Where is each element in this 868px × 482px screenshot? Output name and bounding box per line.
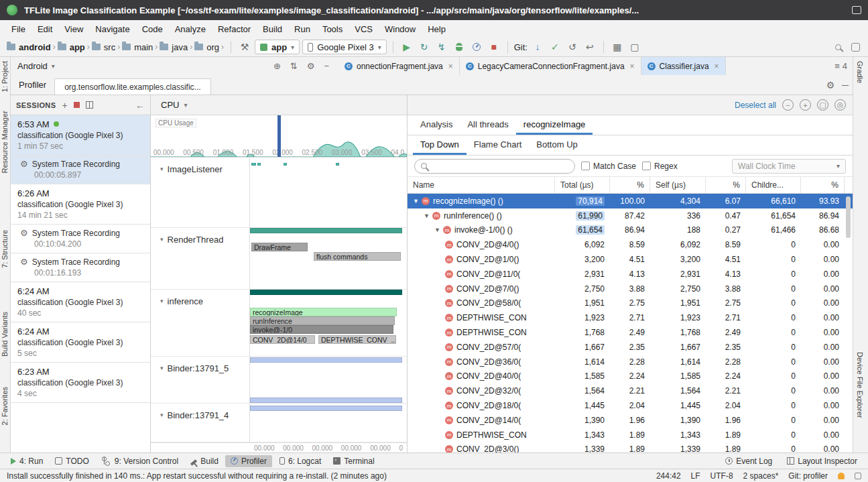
thread-state-bar[interactable] [284,163,287,166]
table-row[interactable]: mCONV_2D@18/0(1,4452.041,4452.0400.00 [408,398,853,413]
breadcrumb-item-org[interactable]: org [193,42,221,52]
cpu-selector[interactable]: CPU ▾ [151,95,407,115]
notification-bell-icon[interactable] [838,473,845,479]
thread-state-bar[interactable] [250,357,402,363]
menu-refactor[interactable]: Refactor [212,22,257,36]
status-item-2-spaces-[interactable]: 2 spaces* [743,471,779,481]
session-recording[interactable]: ⚙System Trace Recording00:00:05.897 [11,156,150,184]
editor-tab[interactable]: CClassifier.java× [641,57,726,75]
tool-window-button-todo[interactable]: TODO [50,455,94,467]
tool-window-stripe-1-project[interactable]: 1: Project [1,61,9,92]
table-row[interactable]: mCONV_2D@4/0()6,0928.596,0928.5900.00 [408,237,853,252]
table-row[interactable]: mCONV_2D@7/0()2,7503.882,7503.8800.00 [408,282,853,296]
table-row[interactable]: mCONV_2D@40/0(1,5852.241,5852.2400.00 [408,369,853,384]
table-row[interactable]: mDEPTHWISE_CON1,7682.491,7682.4900.00 [408,325,853,340]
tool-window-button-build[interactable]: Build [185,455,224,467]
status-item-git-profiler[interactable]: Git: profiler [788,471,828,481]
locate-file-icon[interactable]: ⊕ [271,61,284,71]
tool-window-button-4-run[interactable]: 4: Run [5,455,48,467]
session-item[interactable]: 6:26 AMclassification (Google Pixel 3)14… [11,184,150,225]
menu-edit[interactable]: Edit [32,22,58,36]
table-row[interactable]: mCONV_2D@3/0()1,3391.891,3391.8900.00 [408,442,853,453]
regex-option[interactable]: Regex [642,162,678,171]
table-row[interactable]: ▼mrecognizeImage() ()70,914100.004,3046.… [408,194,853,208]
git-update-button[interactable]: ↓ [530,40,545,54]
hide-panel-icon[interactable]: − [321,61,332,71]
tool-window-button-9-version-control[interactable]: 9: Version Control [96,455,184,467]
subtab-bottom-up[interactable]: Bottom Up [529,135,584,155]
table-scrollbar[interactable] [846,196,851,238]
collapse-arrow-icon[interactable]: ▾ [160,166,164,172]
profile-button[interactable] [469,40,484,54]
tab-list-icon[interactable]: ≡ [834,61,840,71]
zoom-out-icon[interactable]: − [782,99,794,111]
thread-track-label[interactable]: ▾Binder:13791_4 [151,404,250,442]
trace-event-bar[interactable]: recognizeImage [250,308,397,316]
table-row[interactable]: mCONV_2D@32/0(1,5642.211,5642.2100.00 [408,383,853,398]
thread-track[interactable]: ▾RenderThreadDrawFrameflush commands [151,228,407,290]
table-row[interactable]: mCONV_2D@58/0(1,9512.751,9512.7500.00 [408,296,853,311]
trace-event-bar[interactable]: runInference [250,316,395,325]
trace-event-bar[interactable]: flush commands [314,252,401,261]
zoom-to-selection-icon[interactable]: ◎ [834,99,846,111]
thread-state-bar[interactable] [250,406,402,411]
table-row[interactable]: mDEPTHWISE_CON1,3431.891,3431.8900.00 [408,428,853,442]
trace-event-bar[interactable]: DEPTHWISE_CONV_... [318,335,396,344]
breadcrumb-item-app[interactable]: app [56,42,86,52]
close-icon[interactable]: × [629,62,635,71]
collapse-arrow-icon[interactable]: ▾ [160,412,164,418]
expand-arrow-icon[interactable]: ▼ [424,213,432,219]
tab-bar-options[interactable]: ≡ 4 [829,57,853,75]
thread-track[interactable]: ▾ImageListener [151,158,407,228]
gear-icon[interactable]: ⚙ [304,61,318,71]
thread-track-label[interactable]: ▾inference [151,290,250,356]
menu-navigate[interactable]: Navigate [89,22,135,36]
thread-timeline[interactable] [250,158,407,227]
layout-grid-icon[interactable]: ▦ [610,40,625,54]
session-item[interactable]: 6:53 AMclassification (Google Pixel 3)1 … [11,115,150,156]
regex-checkbox[interactable] [642,162,651,170]
breadcrumb-item-android[interactable]: android [5,42,52,52]
menu-view[interactable]: View [58,22,89,36]
thread-state-bar[interactable] [336,163,339,166]
column-header[interactable]: Name [408,177,555,193]
thread-state-bar[interactable] [251,163,256,166]
thread-track-label[interactable]: ▾Binder:13791_5 [151,357,250,403]
collapse-arrow-icon[interactable]: ▾ [160,298,164,304]
session-item[interactable]: 6:24 AMclassification (Google Pixel 3)5 … [11,322,150,363]
column-header[interactable]: % [706,177,746,193]
table-row[interactable]: mCONV_2D@1/0()3,2004.513,2004.5100.00 [408,252,853,267]
gear-icon[interactable]: ⚙ [823,78,838,93]
zoom-in-icon[interactable]: + [800,99,811,111]
menu-run[interactable]: Run [288,22,316,36]
run-button[interactable]: ▶ [399,40,414,54]
stop-button[interactable]: ■ [487,40,501,54]
status-item-lf[interactable]: LF [691,471,700,481]
tool-window-button-profiler[interactable]: Profiler [225,455,272,467]
session-item[interactable]: 6:24 AMclassification (Google Pixel 3)40… [11,282,150,322]
deselect-all-link[interactable]: Deselect all [735,101,776,110]
subtab-flame-chart[interactable]: Flame Chart [467,135,530,155]
tab-all-threads[interactable]: All threads [460,115,515,135]
stop-session-icon[interactable] [74,102,80,108]
collapse-left-icon[interactable]: ← [135,100,145,111]
window-control-icon[interactable] [852,6,861,14]
trace-event-bar[interactable]: CONV_2D@14/0 [250,335,315,344]
search-box[interactable] [414,159,575,174]
table-row[interactable]: ▼minvoke@-1/0() ()61,65486.941880.2761,4… [408,223,853,238]
thread-timeline[interactable] [250,404,407,442]
status-item-utf-8[interactable]: UTF-8 [710,471,733,481]
profiler-session-tab[interactable]: org.tensorflow.lite.examples.classific..… [54,78,210,95]
column-header[interactable]: % [801,177,845,193]
collapse-arrow-icon[interactable]: ▾ [160,365,164,371]
session-recording[interactable]: ⚙System Trace Recording00:10:04.200 [11,225,150,253]
column-header[interactable]: Self (µs) [650,177,706,193]
breadcrumb-item-src[interactable]: src [90,42,117,52]
history-button[interactable]: ↺ [565,40,580,54]
match-case-option[interactable]: Match Case [581,162,636,171]
table-row[interactable]: ▼mrunInference() ()61,99087.423360.4761,… [408,208,853,223]
project-view-selector[interactable]: Android [17,61,48,71]
menu-file[interactable]: File [5,22,32,36]
apply-code-changes-button[interactable]: ↯ [434,40,449,54]
close-icon[interactable]: × [447,62,453,71]
